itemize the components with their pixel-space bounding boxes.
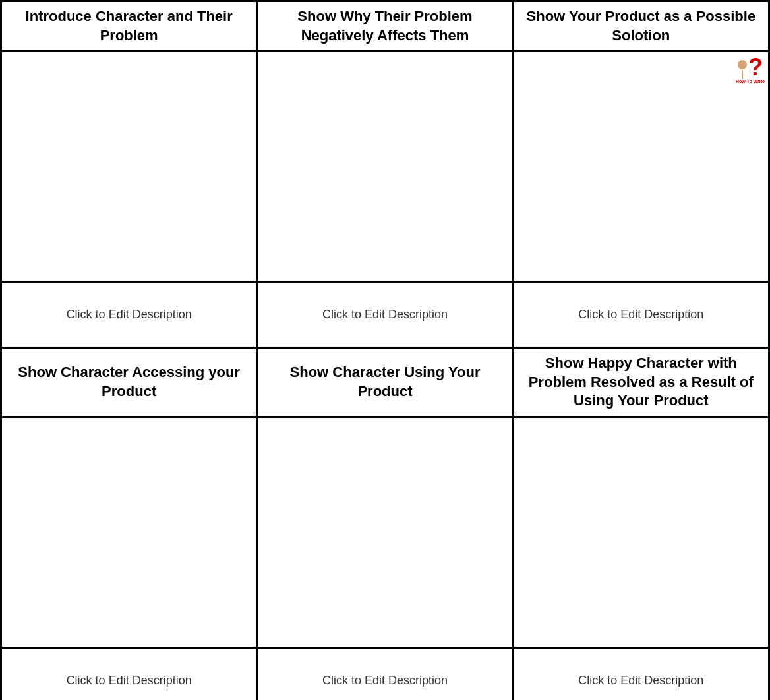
title-cell-1-2: Show Why Their Problem Negatively Affect… bbox=[258, 2, 514, 52]
question-mark-icon: ? bbox=[748, 55, 763, 79]
image-cell-2-1[interactable] bbox=[2, 418, 258, 649]
description-cell-1-1[interactable]: Click to Edit Description bbox=[2, 283, 258, 349]
description-cell-2-3[interactable]: Click to Edit Description bbox=[514, 649, 770, 700]
title-cell-2-2: Show Character Using Your Product bbox=[258, 349, 514, 418]
title-cell-1-3: Show Your Product as a Possible Solotion bbox=[514, 2, 770, 52]
title-cell-2-3: Show Happy Character with Problem Resolv… bbox=[514, 349, 770, 418]
title-cell-2-1: Show Character Accessing your Product bbox=[2, 349, 258, 418]
description-cell-1-2[interactable]: Click to Edit Description bbox=[258, 283, 514, 349]
description-cell-2-2[interactable]: Click to Edit Description bbox=[258, 649, 514, 700]
description-cell-2-1[interactable]: Click to Edit Description bbox=[2, 649, 258, 700]
image-cell-1-3[interactable]: ? How To Write bbox=[514, 52, 770, 283]
image-cell-2-2[interactable] bbox=[258, 418, 514, 649]
storyboard: Introduce Character and Their Problem Sh… bbox=[0, 0, 770, 700]
image-cell-1-1[interactable] bbox=[2, 52, 258, 283]
image-cell-2-3[interactable] bbox=[514, 418, 770, 649]
how-to-write-logo: ? How To Write bbox=[736, 55, 765, 84]
description-cell-1-3[interactable]: Click to Edit Description bbox=[514, 283, 770, 349]
image-cell-1-2[interactable] bbox=[258, 52, 514, 283]
logo-container: ? How To Write bbox=[736, 55, 765, 84]
title-cell-1-1: Introduce Character and Their Problem bbox=[2, 2, 258, 52]
